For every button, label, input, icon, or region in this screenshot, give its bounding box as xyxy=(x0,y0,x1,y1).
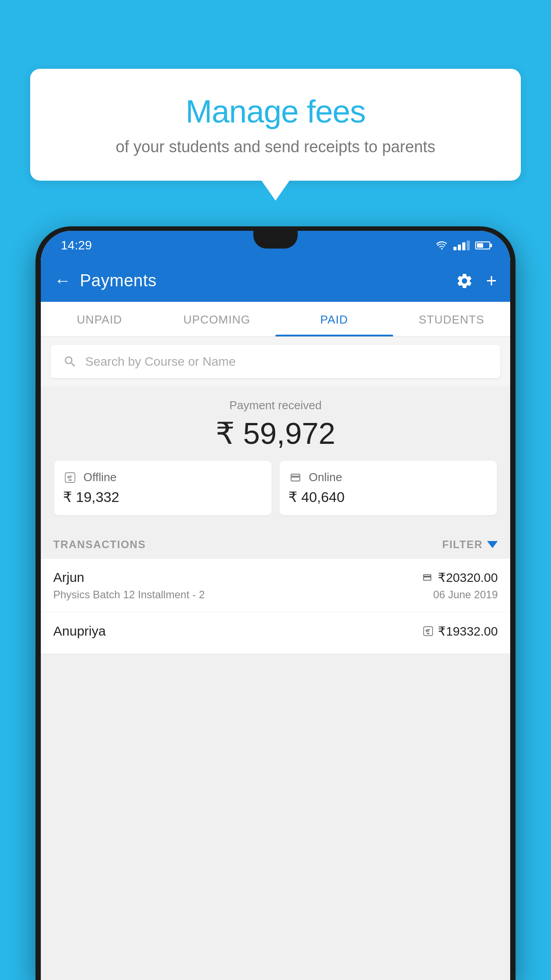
payment-type-card-icon xyxy=(421,573,433,582)
search-container: Search by Course or Name xyxy=(41,337,510,386)
offline-label: Offline xyxy=(83,470,117,484)
phone-container: 14:29 xyxy=(35,226,516,980)
transaction-bottom: Physics Batch 12 Installment - 2 06 June… xyxy=(53,589,498,601)
filter-label: FILTER xyxy=(442,538,483,551)
phone-frame: 14:29 xyxy=(35,226,516,980)
transaction-amount: ₹20320.00 xyxy=(438,570,498,585)
phone-screen: 14:29 xyxy=(41,231,510,980)
payment-total-amount: ₹ 59,972 xyxy=(54,416,497,451)
online-card-header: Online xyxy=(288,470,488,484)
tab-students[interactable]: STUDENTS xyxy=(393,302,511,336)
battery-icon xyxy=(475,241,490,249)
transaction-name: Anupriya xyxy=(53,624,106,639)
transaction-course: Physics Batch 12 Installment - 2 xyxy=(53,589,205,601)
transaction-date: 06 June 2019 xyxy=(433,589,498,601)
transaction-amount-container: ₹20320.00 xyxy=(421,570,498,585)
status-time: 14:29 xyxy=(61,238,92,253)
filter-container[interactable]: FILTER xyxy=(442,538,498,551)
transactions-header: TRANSACTIONS FILTER xyxy=(41,529,510,559)
status-icons xyxy=(436,241,490,250)
search-icon xyxy=(63,355,77,369)
payment-label: Payment received xyxy=(54,399,497,412)
transaction-amount-container: ₹19332.00 xyxy=(423,624,498,639)
tabs-container: UNPAID UPCOMING PAID STUDENTS xyxy=(41,302,510,337)
bubble-subtitle: of your students and send receipts to pa… xyxy=(57,138,494,156)
tab-unpaid[interactable]: UNPAID xyxy=(41,302,158,336)
offline-amount: ₹ 19,332 xyxy=(63,489,263,506)
offline-payment-card: Offline ₹ 19,332 xyxy=(54,461,272,515)
tab-upcoming[interactable]: UPCOMING xyxy=(158,302,276,336)
transaction-amount: ₹19332.00 xyxy=(438,624,498,639)
online-amount: ₹ 40,640 xyxy=(288,489,488,506)
transaction-top: Anupriya ₹19332.00 xyxy=(53,624,498,639)
speech-bubble-container: Manage fees of your students and send re… xyxy=(30,69,521,181)
back-button[interactable]: ← xyxy=(54,271,71,290)
status-bar: 14:29 xyxy=(41,231,510,260)
transaction-top: Arjun ₹20320.00 xyxy=(53,570,498,585)
online-label: Online xyxy=(309,470,342,484)
online-icon xyxy=(288,472,303,483)
payment-received-section: Payment received ₹ 59,972 Offline xyxy=(41,386,510,529)
app-title: Payments xyxy=(80,271,157,290)
online-payment-card: Online ₹ 40,640 xyxy=(279,461,497,515)
offline-card-header: Offline xyxy=(63,470,263,484)
app-bar-left: ← Payments xyxy=(54,271,157,290)
speech-bubble: Manage fees of your students and send re… xyxy=(30,69,521,181)
wifi-icon xyxy=(436,241,448,250)
bubble-title: Manage fees xyxy=(57,93,494,130)
offline-icon xyxy=(63,472,77,483)
payment-cards: Offline ₹ 19,332 Online ₹ 4 xyxy=(54,461,497,515)
transactions-label: TRANSACTIONS xyxy=(53,538,146,551)
tab-paid[interactable]: PAID xyxy=(276,302,393,336)
search-bar[interactable]: Search by Course or Name xyxy=(51,345,500,378)
signal-icon xyxy=(453,241,470,250)
search-placeholder-text: Search by Course or Name xyxy=(85,355,236,369)
transaction-row[interactable]: Anupriya ₹19332.00 xyxy=(41,612,510,654)
filter-icon xyxy=(487,541,498,548)
transaction-row[interactable]: Arjun ₹20320.00 Physics Batch 12 Install… xyxy=(41,559,510,612)
settings-icon[interactable] xyxy=(456,272,473,290)
notch xyxy=(253,231,298,249)
app-bar-right: + xyxy=(456,272,497,290)
add-button[interactable]: + xyxy=(486,272,497,290)
app-bar: ← Payments + xyxy=(41,260,510,302)
payment-type-rupee-icon xyxy=(423,626,433,636)
transaction-name: Arjun xyxy=(53,570,84,585)
